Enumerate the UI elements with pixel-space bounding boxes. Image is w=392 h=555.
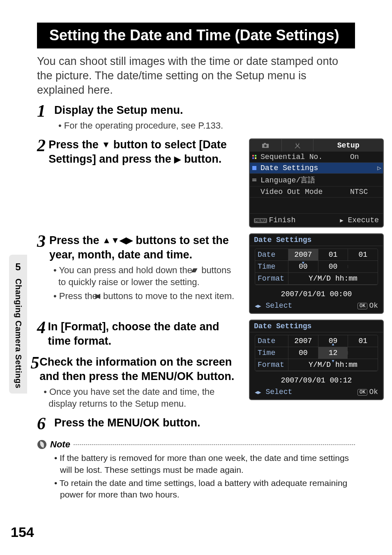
step-3-text-a: Press the xyxy=(49,234,102,246)
ds2-time-blank xyxy=(348,351,378,355)
svg-rect-8 xyxy=(252,179,256,180)
svg-rect-1 xyxy=(264,143,266,144)
menu-row-icon xyxy=(252,155,256,159)
intro-line: You can shoot still images with the time… xyxy=(37,55,338,96)
ds1-date-year: 2007 xyxy=(288,249,318,260)
ds1-date-label: Date xyxy=(255,249,288,260)
date-settings-screenshot-1: Date Settings Date 2007 01 01 Time 00 00 xyxy=(249,233,384,314)
svg-rect-4 xyxy=(255,155,256,157)
step-number-2: 2 xyxy=(37,138,48,153)
step-3-sub1: You can press and hold down the buttons … xyxy=(49,265,241,288)
svg-point-2 xyxy=(264,145,267,147)
ds2-format-label: Format xyxy=(255,359,288,371)
step-3-sub2-a: Press the xyxy=(59,291,100,301)
step-2-text-c: button. xyxy=(181,153,221,165)
note-icon xyxy=(37,440,47,449)
note-list: If the battery is removed for more than … xyxy=(53,452,355,500)
step-6-title: Press the MENU/OK button. xyxy=(54,416,384,430)
right-arrow-icon xyxy=(126,233,133,248)
ds2-date-day: 01 xyxy=(348,335,378,347)
svg-rect-5 xyxy=(252,157,254,159)
step-3-sub2: Press the buttons to move to the next it… xyxy=(49,290,241,302)
ds2-foot-select: Select xyxy=(265,388,292,396)
svg-rect-9 xyxy=(252,180,256,181)
setup-menu-screenshot: Setup Sequential No. On Date Settings La… xyxy=(249,138,384,228)
step-number-6: 6 xyxy=(37,417,54,431)
step-number-4: 4 xyxy=(37,320,48,335)
ds1-format-label: Format xyxy=(255,273,288,284)
ds1-foot-arrows: ◀▶ xyxy=(255,303,261,309)
note-item-2: To retain the date and time settings, lo… xyxy=(53,477,355,501)
step-5-sub: Once you have set the date and time, the… xyxy=(39,386,241,410)
ds2-date-label: Date xyxy=(255,335,288,347)
step-number-1: 1 xyxy=(37,104,54,119)
ok-badge-icon: OK xyxy=(357,303,367,309)
tab-setup-label: Setup xyxy=(314,139,383,152)
tab-tool-icon xyxy=(282,139,314,152)
ds1-preview: 2007/01/01 00:00 xyxy=(250,288,383,300)
title-accent xyxy=(37,23,44,48)
step-4-title: In [Format], choose the date and time fo… xyxy=(48,320,241,348)
ds2-foot-ok: Ok xyxy=(369,388,378,396)
menu-date-settings: Date Settings xyxy=(261,164,379,172)
ds1-date-month: 01 xyxy=(318,249,348,260)
ds2-title: Date Settings xyxy=(250,320,383,332)
step-1-note: For the operating procedure, see P.133. xyxy=(54,120,384,132)
ds2-date-year: 2007 xyxy=(288,335,318,347)
step-1-title: Display the Setup menu. xyxy=(54,103,384,117)
ds1-title: Date Settings xyxy=(250,234,383,246)
menu-video-out-value: NTSC xyxy=(350,188,379,196)
ds1-time-mm: 00 xyxy=(318,261,348,272)
menu-badge: MENU xyxy=(254,218,267,223)
intro-text: You can shoot still images with the time… xyxy=(37,54,355,97)
tab-camera-icon xyxy=(250,139,282,152)
note-item-1: If the battery is removed for more than … xyxy=(53,452,355,476)
left-arrow-icon xyxy=(120,233,126,248)
step-3-sub1-a: You can press and hold down the xyxy=(59,265,195,275)
note-label: Note xyxy=(50,439,70,450)
down-arrow-icon xyxy=(101,138,110,152)
step-2-text-a: Press the xyxy=(48,138,101,151)
page-number: 154 xyxy=(11,524,34,540)
svg-rect-3 xyxy=(252,155,254,157)
menu-foot-execute: Execute xyxy=(348,216,379,224)
ds1-foot-select: Select xyxy=(265,302,292,310)
ds1-time-label: Time xyxy=(255,261,288,272)
ds2-time-mm: 12 xyxy=(318,347,348,359)
section-title: Setting the Date and Time (Date Settings… xyxy=(44,23,355,48)
chapter-side-tab: 5 Changing Camera Settings xyxy=(9,255,27,394)
ds2-preview: 2007/09/01 00:12 xyxy=(250,374,383,386)
ds1-format-value: Y/M/D hh:mm xyxy=(288,273,378,284)
menu-sequential-no-value: On xyxy=(350,153,379,161)
ds2-time-hh: 00 xyxy=(288,347,318,359)
execute-arrow-icon: ▶ xyxy=(340,217,343,224)
svg-rect-6 xyxy=(255,157,256,159)
ds2-foot-arrows: ◀▶ xyxy=(255,389,261,396)
menu-video-out: Video Out Mode xyxy=(261,188,350,196)
step-number-3: 3 xyxy=(37,234,49,249)
ds2-time-label: Time xyxy=(255,347,288,359)
note-dashes xyxy=(74,444,355,445)
section-title-bar: Setting the Date and Time (Date Settings… xyxy=(37,23,355,48)
ds1-date-day: 01 xyxy=(348,249,378,260)
down-arrow-icon xyxy=(111,233,120,248)
step-number-5: 5 xyxy=(30,356,39,371)
chapter-label: Changing Camera Settings xyxy=(14,279,23,389)
menu-row-icon xyxy=(252,178,256,182)
step-5-title: Check the information on the screen and … xyxy=(39,355,241,384)
ds1-foot-ok: Ok xyxy=(369,302,378,310)
menu-row-icon xyxy=(252,166,256,170)
svg-rect-7 xyxy=(252,166,256,170)
menu-foot-finish: Finish xyxy=(269,216,295,224)
step-2-body: Press the button to select [Date Setting… xyxy=(48,138,241,166)
right-arrow-icon xyxy=(174,152,181,166)
date-settings-screenshot-2: Date Settings Date 2007 09 01 Time 00 12 xyxy=(249,320,384,400)
ok-badge-icon: OK xyxy=(357,389,367,396)
ds1-time-blank xyxy=(348,265,378,268)
step-3-sub2-b: buttons to move to the next item. xyxy=(101,291,234,301)
up-arrow-icon xyxy=(102,233,111,248)
menu-sequential-no: Sequential No. xyxy=(261,153,350,161)
step-3-body: Press the buttons to set the year, month… xyxy=(49,233,241,302)
menu-language: Language/言語 xyxy=(261,175,379,185)
chapter-number: 5 xyxy=(9,261,27,273)
